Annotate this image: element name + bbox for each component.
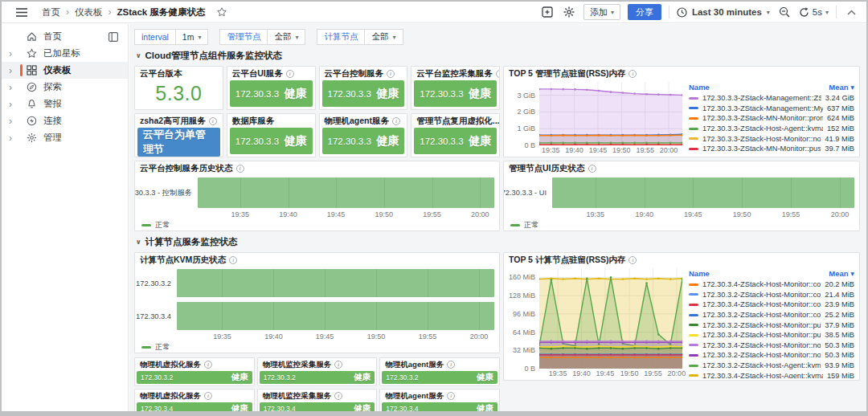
panel-host-agent-service[interactable]: 物理机agent服务i 172.30.3.3健康 — [319, 113, 408, 157]
divider — [836, 6, 837, 18]
info-icon[interactable]: i — [387, 70, 395, 78]
explore-compass-icon — [27, 82, 37, 92]
chart-plot — [539, 268, 682, 369]
chevron-right-icon[interactable]: › — [9, 133, 20, 143]
filter-compute-node-select[interactable]: 全部▾ — [365, 29, 403, 45]
sidebar-item-alerting[interactable]: › 警报 — [2, 96, 128, 112]
filter-interval-select[interactable]: 1m▾ — [176, 29, 209, 45]
gridline — [325, 302, 326, 330]
sidebar-item-starred[interactable]: › 已加星标 — [2, 45, 128, 62]
info-icon[interactable]: i — [334, 361, 342, 369]
info-icon[interactable]: i — [229, 256, 237, 264]
sidebar-item-home[interactable]: 首页 — [2, 28, 128, 45]
legend-row[interactable]: 172.30.3.4-ZStack-Host-Monitor::collectd… — [689, 279, 854, 290]
stat-ip: 172.30.3.2 — [264, 373, 296, 381]
legend-row[interactable]: 172.30.3.3-ZStack-MN-Monitor::pushgatewa… — [689, 144, 854, 154]
add-button-label: 添加 — [590, 6, 608, 18]
info-icon[interactable]: i — [204, 392, 212, 400]
panel-host-agent-1[interactable]: 物理机agent服务i 172.30.3.2健康 — [379, 357, 500, 386]
legend-row[interactable]: 172.30.3.3-ZStack-Host-Agent::kvmagent15… — [689, 124, 854, 134]
info-icon[interactable]: i — [628, 256, 637, 264]
panel-host-virtualization-1[interactable]: 物理机虚拟化服务i 172.30.3.2健康 — [134, 357, 255, 386]
timeline-row: 172.30.3.2 — [135, 269, 494, 297]
sidebar-item-connections[interactable]: › 连接 — [2, 112, 128, 129]
panel-ha-service[interactable]: zsha2高可用服务i 172.30.3.3云平台为单管理节 — [134, 113, 223, 157]
panel-title: 计算节点KVM历史状态 — [140, 255, 226, 266]
x-axis-label: 19:55 — [419, 332, 437, 341]
sidebar-item-administration[interactable]: › 管理 — [2, 129, 128, 146]
status-badge: 健康 — [285, 87, 307, 101]
info-icon[interactable]: i — [496, 70, 499, 78]
breadcrumb-home[interactable]: 首页 — [42, 6, 60, 18]
panel-top5-mgmt-rss[interactable]: TOP 5 管理节点驻留(RSS)内存i 0 B1 GiB2 GiB3 GiB1… — [503, 66, 860, 157]
breadcrumb-dashboards[interactable]: 仪表板 — [75, 6, 103, 18]
add-button[interactable]: 添加▾ — [583, 4, 620, 20]
panel-control-service-history[interactable]: 云平台控制服务历史状态i 172.30.3.3 - 控制服务 19:3519:4… — [134, 161, 500, 231]
legend-row[interactable]: 172.30.3.4-ZStack-Host-Monitor::node_exp… — [689, 341, 854, 351]
panel-ui-service[interactable]: 云平台UI服务i 172.30.3.3健康 — [227, 66, 316, 110]
chevron-right-icon[interactable]: › — [9, 100, 20, 109]
legend-row[interactable]: 172.30.3.2-ZStack-Host-Monitor::pushgate… — [689, 320, 854, 330]
section-header-compute[interactable]: ∨ 计算节点服务监控状态 — [136, 236, 860, 248]
legend-row[interactable]: 172.30.3.3-ZStack-Host-Monitor::node_exp… — [689, 133, 854, 144]
panel-host-virtualization-2[interactable]: 物理机虚拟化服务i 172.30.3.4健康 — [134, 389, 255, 411]
refresh-picker[interactable]: 5s ▾ — [799, 7, 829, 18]
timeline-state-bar[interactable] — [552, 177, 854, 208]
breadcrumb-separator: › — [66, 6, 69, 18]
chevron-right-icon[interactable]: › — [9, 66, 20, 75]
chevron-right-icon[interactable]: › — [9, 116, 20, 126]
menu-toggle-button[interactable] — [13, 5, 31, 19]
info-icon[interactable]: i — [334, 392, 342, 400]
info-icon[interactable]: i — [236, 165, 244, 173]
dock-sidebar-button[interactable] — [108, 32, 118, 42]
info-icon[interactable]: i — [286, 70, 294, 78]
legend-row[interactable]: 172.30.3.4-ZStack-Host-Monitor::pushgate… — [689, 330, 854, 341]
legend-row[interactable]: 172.30.3.2-ZStack-Host-Monitor::collectd… — [689, 310, 854, 320]
x-axis-label: 19:40 — [572, 369, 591, 377]
panel-top5-compute-rss[interactable]: TOP 5 计算节点驻留(RSS)内存i 0 B32 MiB64 MiB96 M… — [503, 252, 860, 381]
info-icon[interactable]: i — [209, 117, 217, 125]
info-icon[interactable]: i — [204, 361, 212, 369]
info-icon[interactable]: i — [447, 392, 455, 400]
filter-mgmt-node-select[interactable]: 全部▾ — [268, 29, 305, 45]
legend-row[interactable]: 172.30.3.2-ZStack-Host-Monitor::collectd… — [689, 290, 854, 300]
panel-host-agent-2[interactable]: 物理机agent服务i 172.30.3.4健康 — [379, 389, 500, 411]
zoom-out-time-button[interactable] — [777, 5, 792, 19]
panel-ui-history[interactable]: 管理节点UI历史状态i 172.30.3.3 - UI 19:3519:4019… — [503, 161, 860, 231]
legend-row[interactable]: 172.30.3.2-ZStack-Host-Monitor::node_exp… — [689, 350, 854, 361]
panel-platform-version[interactable]: 云平台版本 5.3.0 — [134, 66, 223, 110]
dashboard-settings-button[interactable] — [562, 5, 576, 19]
legend-row[interactable]: 172.30.3.3-ZStack-Management::ZStack-MN-… — [689, 93, 854, 104]
legend-row[interactable]: 172.30.3.4-ZStack-Host-Agent::kvmagent15… — [689, 370, 854, 378]
panel-mn-virtualization-service[interactable]: 管理节点复用虚拟化...i 172.30.3.3健康 — [411, 113, 500, 157]
chevron-right-icon[interactable]: › — [9, 49, 20, 59]
panel-kvm-history[interactable]: 计算节点KVM历史状态i 172.30.3.2172.30.3.4 19:351… — [134, 252, 500, 353]
star-dashboard-button[interactable] — [217, 7, 227, 17]
legend-row[interactable]: 172.30.3.2-ZStack-Host-Agent::kvmagent93… — [689, 361, 854, 371]
section-header-mgmt[interactable]: ∨ Cloud管理节点组件服务监控状态 — [136, 50, 860, 62]
legend-row[interactable]: 172.30.3.3-ZStack-Management::MySQL637 M… — [689, 104, 854, 114]
panel-host-monitor-collect-2[interactable]: 物理机监控采集服务i 172.30.3.4健康 — [257, 389, 378, 411]
legend-row[interactable]: 172.30.3.4-ZStack-Host-Monitor::collectd… — [689, 300, 854, 310]
info-icon[interactable]: i — [392, 117, 400, 125]
legend-row[interactable]: 172.30.3.3-ZStack-MN-Monitor::prometheus… — [689, 113, 854, 124]
info-icon[interactable]: i — [447, 361, 455, 369]
add-panel-button[interactable] — [540, 5, 555, 19]
sidebar-item-explore[interactable]: › 探索 — [2, 79, 128, 96]
share-button[interactable]: 分享 — [628, 4, 661, 20]
timeline-state-bar[interactable] — [177, 302, 494, 330]
panel-host-monitor-collect-1[interactable]: 物理机监控采集服务i 172.30.3.2健康 — [257, 357, 378, 386]
chevron-right-icon[interactable]: › — [9, 83, 20, 92]
panel-control-service[interactable]: 云平台控制服务i 172.30.3.3健康 — [319, 66, 408, 110]
sidebar-item-dashboards[interactable]: › 仪表板 — [2, 62, 128, 79]
x-axis-label: 19:50 — [612, 146, 631, 154]
collapse-topbar-button[interactable] — [844, 5, 858, 19]
info-icon[interactable]: i — [588, 165, 596, 173]
time-range-picker[interactable]: Last 30 minutes ▾ — [677, 7, 770, 18]
stat-ip: 172.30.3.4 — [141, 405, 173, 411]
info-icon[interactable]: i — [628, 70, 637, 78]
timeline-state-bar[interactable] — [198, 177, 494, 208]
panel-database-service[interactable]: 数据库服务 172.30.3.3健康 — [227, 113, 316, 157]
panel-monitor-collect-service[interactable]: 云平台监控采集服务i 172.30.3.3健康 — [411, 66, 500, 110]
timeline-state-bar[interactable] — [177, 269, 494, 297]
